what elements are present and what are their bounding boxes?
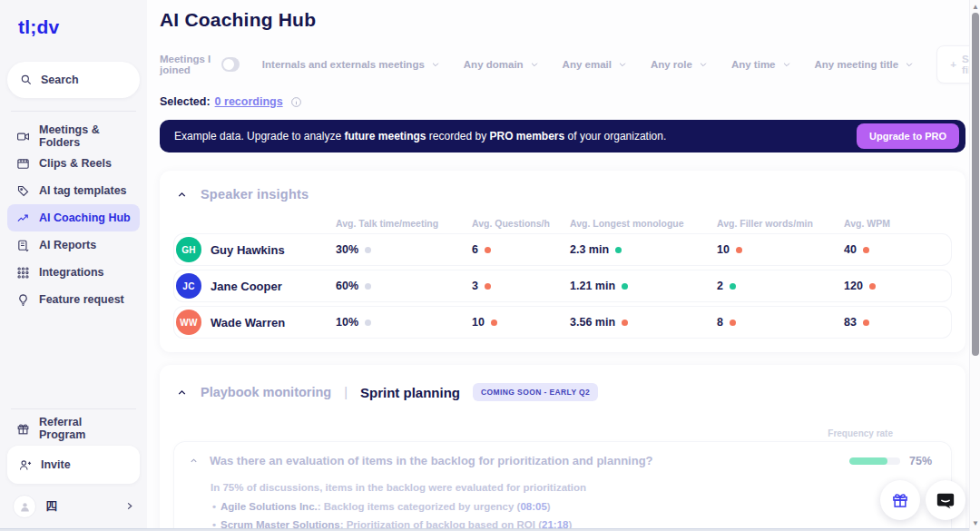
meetings-i-joined-toggle[interactable] [221,57,239,72]
status-dot [615,247,622,253]
banner-segment: PRO members [490,130,565,143]
page-title: AI Coaching Hub [160,9,965,31]
meeting-title-dropdown[interactable]: Any meeting title [803,59,926,70]
avatar: GH [176,237,201,262]
status-dot [622,283,628,290]
person-icon [19,501,31,513]
timestamp-link[interactable]: 08:05 [520,501,546,512]
domain-dropdown[interactable]: Any domain [452,59,551,70]
upgrade-to-pro-button[interactable]: Upgrade to PRO [857,123,959,149]
column-header: Avg. Longest monologue [570,218,717,229]
question-details: In 75% of discussions, items in the back… [211,478,936,531]
metric-cell: 3.56 min [570,316,717,329]
status-dot [485,247,491,253]
banner-segment: Example data. Upgrade to analyze [174,130,344,143]
sidebar-item-clips-reels[interactable]: Clips & Reels [7,150,140,177]
question-row[interactable]: Was there an evaluation of items in the … [189,454,936,467]
chevron-down-icon [782,60,791,69]
status-dot [730,320,736,326]
chat-widget-button[interactable] [926,480,965,520]
grid-icon [16,266,30,280]
metric-value: 2 [717,280,723,292]
metric-value: 10 [472,316,485,329]
scroll-up-arrow[interactable]: ▲ [970,1,980,12]
metric-cell: 3 [472,280,570,292]
metric-value: 120 [844,280,863,292]
user-menu[interactable]: 四 [7,484,140,522]
dropdown-label: Any meeting title [815,59,899,70]
role-dropdown[interactable]: Any role [639,59,720,70]
metric-cell: 10% [336,316,472,329]
coming-soon-badge: COMING SOON - EARLY Q2 [473,383,598,401]
sidebar-item-ai-reports[interactable]: AI Reports [7,231,140,259]
app-window: tl;dv Search Meetings & Folders Clips & … [0,0,980,531]
metric-value: 3 [472,280,478,292]
info-icon[interactable] [288,96,302,108]
sidebar-item-meetings-folders[interactable]: Meetings & Folders [7,123,140,150]
metric-cell: 40 [844,243,947,256]
search-icon [20,74,33,86]
dropdown-label: Any domain [464,59,524,70]
metric-value: 10 [717,243,730,256]
metric-value: 6 [472,243,478,256]
collapse-chevron-up-icon[interactable] [176,387,188,398]
gift-icon [16,422,30,436]
sidebar-item-ai-tag-templates[interactable]: AI tag templates [7,177,140,204]
time-dropdown[interactable]: Any time [720,59,803,70]
progress-bar-fill [849,457,887,465]
email-dropdown[interactable]: Any email [551,59,639,70]
banner-text: Example data. Upgrade to analyze future … [174,130,666,143]
avatar: JC [176,273,201,299]
metric-value: 30% [336,243,358,256]
playbook-name: Sprint planning [360,385,460,400]
app-logo: tl;dv [18,16,140,38]
vertical-scrollbar[interactable]: ▲ ▼ [969,0,980,531]
scroll-down-arrow[interactable]: ▼ [970,517,980,528]
search-input[interactable]: Search [7,62,140,98]
status-dot [365,247,371,253]
chevron-down-icon [431,60,440,69]
metric-cell: 6 [472,243,570,256]
toggle-label: Meetings I joined [160,54,214,75]
recordings-link[interactable]: 0 recordings [215,95,283,108]
playbook-header: Playbook monitoring | Sprint planning CO… [174,378,951,407]
table-row[interactable]: WW Wade Warren 10% 10 3.56 min 8 83 [174,307,951,338]
status-dot [491,320,497,326]
table-row[interactable]: GH Guy Hawkins 30% 6 2.3 min 10 40 [174,234,951,265]
company-name: Agile Solutions Inc. [220,501,318,512]
sidebar-item-label: Feature request [39,293,124,306]
chevron-up-icon[interactable] [189,456,199,466]
video-camera-icon [16,130,30,143]
metric-value: 10% [336,316,358,329]
speaker-name-cell: GH Guy Hawkins [174,237,336,262]
chevron-down-icon [618,60,627,69]
column-header: Avg. WPM [844,218,951,229]
lightbulb-icon [16,293,30,307]
table-row[interactable]: JC Jane Cooper 60% 3 1.21 min 2 120 [174,270,951,301]
status-dot [485,283,491,290]
sidebar-item-referral-program[interactable]: Referral Program [7,415,140,442]
selected-label: Selected: [160,95,211,108]
metric-cell: 2 [717,280,844,292]
org-name: 四 [45,498,57,515]
status-dot [622,320,628,326]
meeting-type-dropdown[interactable]: Internals and externals meetings [250,59,452,70]
sidebar-item-feature-request[interactable]: Feature request [7,286,140,313]
sidebar-item-ai-coaching-hub[interactable]: AI Coaching Hub [7,204,140,231]
table-header: Avg. Talk time/meeting Avg. Questions/h … [174,214,951,234]
referral-gift-button[interactable] [880,480,920,520]
gift-icon [891,491,909,509]
invite-button[interactable]: Invite [7,446,140,484]
frequency-rate: 75% [849,455,936,467]
clapperboard-icon [16,157,30,171]
scrollbar-thumb[interactable] [972,13,979,356]
selected-row: Selected: 0 recordings [160,95,965,108]
metric-cell: 1.21 min [570,280,717,292]
invite-label: Invite [41,458,71,471]
metric-cell: 120 [844,280,947,292]
column-header: Avg. Talk time/meeting [336,218,472,229]
sidebar-item-integrations[interactable]: Integrations [7,259,140,286]
collapse-chevron-up-icon[interactable] [176,189,188,201]
metric-cell: 2.3 min [570,243,717,256]
metric-cell: 10 [472,316,570,329]
